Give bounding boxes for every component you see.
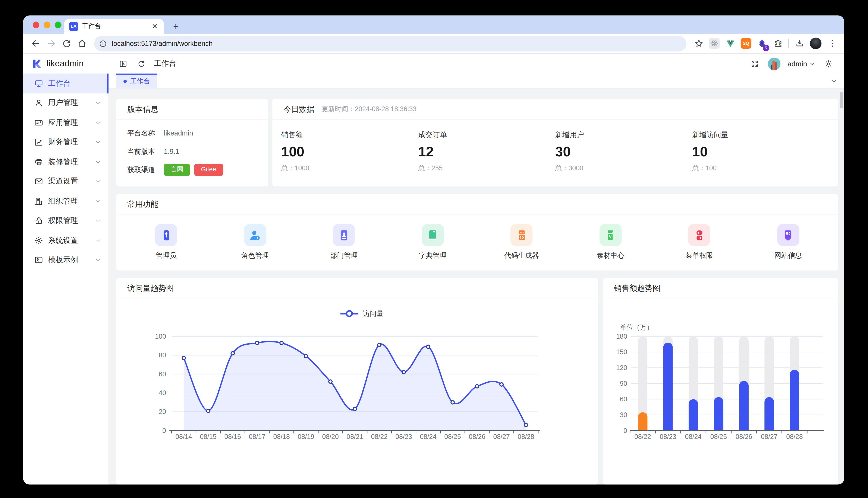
svg-text:08/25: 08/25 bbox=[444, 433, 461, 441]
user-avatar[interactable] bbox=[768, 57, 780, 70]
quick-item-字典管理[interactable]: 字典管理 bbox=[388, 224, 477, 261]
svg-text:150: 150 bbox=[616, 348, 627, 356]
today-data-card: 今日数据 更新时间：2024-08-28 18:36:33 销售额100总：10… bbox=[272, 99, 838, 186]
home-icon[interactable] bbox=[75, 37, 88, 50]
collapse-sidebar-icon[interactable] bbox=[117, 58, 128, 69]
app-body: 工作台用户管理应用管理财务管理装修管理渠道设置组织管理权限管理系统设置模板示例 … bbox=[23, 74, 844, 485]
new-tab-button[interactable]: ＋ bbox=[171, 21, 180, 31]
scrollbar-thumb[interactable] bbox=[840, 92, 843, 108]
tag-workbench[interactable]: 工作台 bbox=[116, 74, 157, 88]
mail-icon bbox=[34, 177, 43, 186]
svg-text:20: 20 bbox=[159, 408, 166, 416]
stat-新增访问量: 新增访问量10总：100 bbox=[692, 130, 829, 173]
sidebar-item-工作台[interactable]: 工作台 bbox=[23, 74, 108, 93]
settings-gear-icon[interactable] bbox=[822, 58, 834, 69]
sidebar-item-模板示例[interactable]: 模板示例 bbox=[23, 250, 108, 270]
sidebar-item-label: 组织管理 bbox=[48, 196, 94, 206]
toolbar-right-icons: SQ 5 bbox=[692, 38, 839, 49]
svg-text:80: 80 bbox=[159, 351, 166, 359]
maximize-window-button[interactable] bbox=[55, 22, 62, 28]
header-main: 工作台 bbox=[109, 58, 750, 69]
quick-item-label: 素材中心 bbox=[597, 251, 624, 261]
quick-card-title: 常用功能 bbox=[116, 194, 838, 215]
header-right: admin bbox=[749, 57, 844, 70]
legend-访问量[interactable]: 访问量 bbox=[341, 310, 383, 317]
sidebar-item-装修管理[interactable]: 装修管理 bbox=[23, 152, 108, 172]
site-info-icon[interactable] bbox=[98, 38, 108, 49]
download-tray-icon[interactable] bbox=[794, 38, 805, 49]
visits-chart-title: 访问量趋势图 bbox=[116, 278, 598, 299]
sidebar-item-label: 系统设置 bbox=[48, 235, 94, 245]
sales-trend-card: 销售额趋势图 单位（万）180150120906030008/2208/2308… bbox=[603, 278, 838, 485]
quick-item-代码生成器[interactable]: 代码生成器 bbox=[477, 224, 566, 261]
extensions-puzzle-icon[interactable] bbox=[772, 38, 783, 49]
sidebar-item-label: 模板示例 bbox=[48, 255, 94, 265]
sidebar-item-label: 权限管理 bbox=[48, 216, 94, 226]
browser-tab[interactable]: LA 工作台 ✕ bbox=[64, 19, 164, 34]
kebab-menu-icon[interactable] bbox=[827, 38, 838, 49]
svg-text:08/27: 08/27 bbox=[493, 433, 510, 441]
likeadmin-logo-icon bbox=[31, 58, 42, 69]
svg-text:90: 90 bbox=[620, 380, 627, 387]
sidebar-item-label: 工作台 bbox=[48, 78, 101, 88]
svg-text:08/16: 08/16 bbox=[224, 433, 241, 441]
stat-label: 销售额 bbox=[281, 130, 418, 140]
chevron-down-icon bbox=[809, 61, 815, 67]
svg-text:08/25: 08/25 bbox=[710, 433, 727, 441]
sidebar-item-渠道设置[interactable]: 渠道设置 bbox=[23, 172, 108, 192]
bookmark-star-icon[interactable] bbox=[693, 38, 704, 49]
brand-logo[interactable]: likeadmin bbox=[23, 58, 109, 69]
gitee-button[interactable]: Gitee bbox=[194, 164, 223, 176]
quick-item-label: 部门管理 bbox=[330, 251, 358, 261]
visits-chart: 10080604020008/1408/1508/1608/1708/1808/… bbox=[116, 299, 598, 484]
react-devtools-icon[interactable] bbox=[709, 38, 719, 49]
svg-text:08/23: 08/23 bbox=[660, 433, 676, 441]
close-window-button[interactable] bbox=[33, 22, 39, 28]
sidebar-item-系统设置[interactable]: 系统设置 bbox=[23, 231, 108, 250]
svg-text:08/28: 08/28 bbox=[518, 433, 534, 441]
quick-item-角色管理[interactable]: 角色管理 bbox=[210, 224, 299, 261]
sidebar-item-组织管理[interactable]: 组织管理 bbox=[23, 192, 108, 211]
stat-value: 30 bbox=[555, 144, 692, 160]
dictionary-book-icon bbox=[422, 224, 444, 246]
app-card-icon bbox=[34, 118, 43, 127]
svg-text:120: 120 bbox=[616, 364, 627, 371]
window-controls bbox=[33, 22, 62, 28]
admin-app: likeadmin 工作台 admin bbox=[23, 54, 844, 484]
browser-profile-avatar[interactable] bbox=[810, 38, 821, 49]
url-bar[interactable]: localhost:5173/admin/workbench bbox=[94, 36, 687, 51]
top-cards-row: 版本信息 平台名称 likeadmin 当前版本 1.9.1 bbox=[116, 99, 838, 186]
user-menu[interactable]: admin bbox=[788, 60, 815, 68]
sidebar-item-应用管理[interactable]: 应用管理 bbox=[23, 113, 108, 132]
vue-devtools-icon[interactable] bbox=[725, 38, 736, 49]
quick-item-素材中心[interactable]: 素材中心 bbox=[566, 224, 655, 261]
reload-icon[interactable] bbox=[60, 37, 73, 50]
stat-label: 新增访问量 bbox=[692, 130, 829, 140]
sq-extension-icon[interactable]: SQ bbox=[741, 38, 751, 49]
refresh-page-icon[interactable] bbox=[136, 58, 147, 69]
sidebar-item-财务管理[interactable]: 财务管理 bbox=[23, 132, 108, 152]
official-site-button[interactable]: 官网 bbox=[164, 164, 190, 176]
url-text: localhost:5173/admin/workbench bbox=[112, 39, 213, 47]
minimize-window-button[interactable] bbox=[44, 22, 50, 28]
quick-item-网站信息[interactable]: 网站信息 bbox=[744, 224, 832, 261]
visits-trend-card: 访问量趋势图 10080604020008/1408/1508/1608/170… bbox=[116, 278, 598, 485]
s5-extension-icon[interactable]: 5 bbox=[756, 38, 767, 49]
screenshot-stage: LA 工作台 ✕ ＋ localhost:5173/admin/workbenc… bbox=[0, 0, 868, 498]
monitor-icon bbox=[34, 79, 43, 88]
content-area: 版本信息 平台名称 likeadmin 当前版本 1.9.1 bbox=[109, 89, 844, 485]
sidebar-item-用户管理[interactable]: 用户管理 bbox=[23, 93, 108, 113]
quick-item-菜单权限[interactable]: 菜单权限 bbox=[655, 224, 744, 261]
chevron-down-icon bbox=[94, 257, 101, 263]
tab-close-icon[interactable]: ✕ bbox=[151, 22, 159, 31]
platform-name-row: 平台名称 likeadmin bbox=[127, 127, 257, 139]
tags-chevron-down-icon[interactable] bbox=[830, 77, 838, 84]
quick-item-管理员[interactable]: 管理员 bbox=[122, 224, 210, 261]
forward-arrow-icon[interactable] bbox=[44, 37, 58, 50]
quick-item-部门管理[interactable]: 部门管理 bbox=[299, 224, 388, 261]
sidebar-item-权限管理[interactable]: 权限管理 bbox=[23, 211, 108, 231]
chevron-down-icon bbox=[94, 198, 101, 205]
fullscreen-icon[interactable] bbox=[749, 58, 760, 69]
admin-badge-icon bbox=[155, 224, 177, 246]
back-arrow-icon[interactable] bbox=[29, 37, 42, 50]
